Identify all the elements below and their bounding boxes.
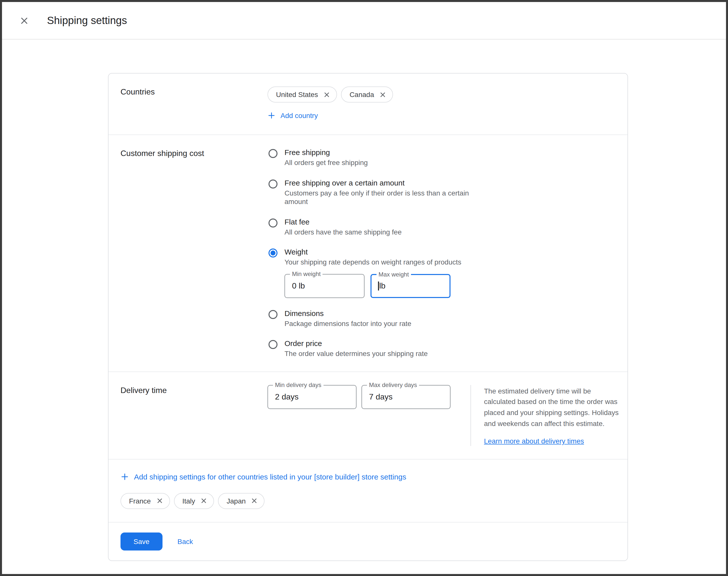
close-icon: [251, 497, 258, 505]
close-icon: [379, 91, 386, 98]
delivery-time-section: Delivery time Min delivery days 2 days M…: [109, 372, 628, 459]
option-title: Dimensions: [285, 309, 411, 317]
weight-fields: Min weight 0 lb Max weight lb: [285, 274, 461, 298]
chip-label: Japan: [227, 497, 246, 505]
radio-button[interactable]: [268, 218, 278, 227]
country-chip-japan[interactable]: Japan: [218, 493, 265, 509]
country-chip-canada[interactable]: Canada: [341, 86, 393, 103]
country-chip-united-states[interactable]: United States: [267, 86, 337, 103]
option-title: Order price: [285, 339, 428, 347]
shipping-cost-section: Customer shipping cost Free shipping All…: [109, 135, 628, 372]
settings-card: Countries United States Canada: [108, 73, 628, 561]
shipping-cost-options: Free shipping All orders get free shippi…: [267, 148, 615, 358]
delivery-fields: Min delivery days 2 days Max delivery da…: [267, 385, 450, 446]
option-free-shipping[interactable]: Free shipping All orders get free shippi…: [267, 148, 615, 167]
add-country-label: Add country: [281, 112, 318, 119]
option-dimensions[interactable]: Dimensions Package dimensions factor int…: [267, 309, 615, 328]
max-weight-field[interactable]: Max weight lb: [371, 274, 450, 298]
option-title: Flat fee: [285, 217, 402, 226]
add-other-countries-label: Add shipping settings for other countrie…: [134, 472, 406, 481]
option-description: All orders have the same shipping fee: [285, 228, 402, 236]
footer-actions: Save Back: [109, 522, 628, 560]
countries-label: Countries: [120, 86, 267, 121]
option-flat-fee[interactable]: Flat fee All orders have the same shippi…: [267, 217, 615, 236]
text-cursor: [378, 281, 379, 290]
option-weight[interactable]: Weight Your shipping rate depends on wei…: [267, 248, 615, 298]
remove-country-button[interactable]: [379, 91, 386, 98]
country-chip-italy[interactable]: Italy: [174, 493, 214, 509]
chip-label: Canada: [349, 90, 374, 98]
min-weight-field[interactable]: Min weight 0 lb: [285, 274, 365, 298]
radio-button-selected[interactable]: [268, 249, 278, 258]
page-title: Shipping settings: [47, 15, 127, 27]
shipping-settings-dialog: Shipping settings Countries United State…: [2, 2, 726, 574]
radio-button[interactable]: [268, 310, 278, 319]
save-button[interactable]: Save: [120, 532, 163, 550]
delivery-times-link[interactable]: Learn more about delivery times: [484, 437, 584, 445]
max-delivery-days-field[interactable]: Max delivery days 7 days: [361, 385, 450, 409]
add-other-countries-button[interactable]: Add shipping settings for other countrie…: [120, 472, 406, 481]
field-value: 7 days: [369, 392, 392, 401]
field-value: 0 lb: [292, 281, 305, 290]
field-label: Max delivery days: [367, 382, 419, 388]
field-label: Min delivery days: [273, 382, 323, 388]
field-label: Min weight: [290, 271, 323, 277]
option-description: All orders get free shipping: [285, 159, 368, 167]
chip-label: France: [129, 497, 151, 505]
min-delivery-days-field[interactable]: Min delivery days 2 days: [267, 385, 356, 409]
delivery-time-label: Delivery time: [120, 385, 267, 446]
other-countries-section: Add shipping settings for other countrie…: [109, 459, 628, 522]
remove-country-button[interactable]: [156, 497, 163, 505]
country-chip-france[interactable]: France: [120, 493, 170, 509]
plus-icon: [267, 112, 275, 119]
radio-button[interactable]: [268, 340, 278, 349]
back-button[interactable]: Back: [177, 537, 193, 545]
remove-country-button[interactable]: [200, 497, 208, 505]
vertical-divider: [470, 385, 471, 446]
delivery-note: The estimated delivery time will be calc…: [484, 385, 623, 429]
close-button[interactable]: [18, 15, 30, 27]
field-value: 2 days: [275, 392, 298, 401]
option-title: Free shipping over a certain amount: [285, 178, 474, 187]
option-title: Weight: [285, 248, 461, 256]
other-countries-chip-row: France Italy: [120, 493, 615, 509]
chip-label: United States: [276, 90, 318, 98]
plus-icon: [120, 472, 129, 481]
option-description: Customers pay a fee only if their order …: [285, 189, 474, 206]
radio-button[interactable]: [268, 149, 278, 158]
field-value: lb: [379, 281, 385, 290]
dialog-header: Shipping settings: [2, 2, 726, 39]
option-free-shipping-over-amount[interactable]: Free shipping over a certain amount Cust…: [267, 178, 615, 206]
option-description: Your shipping rate depends on weight ran…: [285, 258, 461, 267]
remove-country-button[interactable]: [323, 91, 330, 98]
close-icon: [323, 91, 330, 98]
remove-country-button[interactable]: [251, 497, 258, 505]
option-order-price[interactable]: Order price The order value determines y…: [267, 339, 615, 358]
add-country-button[interactable]: Add country: [267, 112, 318, 119]
field-label: Max weight: [377, 271, 411, 277]
radio-button[interactable]: [268, 179, 278, 188]
chip-label: Italy: [182, 497, 195, 505]
close-icon: [156, 497, 163, 505]
countries-section: Countries United States Canada: [109, 74, 628, 135]
countries-chip-row: United States Canada: [267, 86, 615, 103]
close-icon: [200, 497, 208, 505]
option-title: Free shipping: [285, 148, 368, 156]
option-description: The order value determines your shipping…: [285, 349, 428, 358]
option-description: Package dimensions factor into your rate: [285, 319, 411, 328]
shipping-cost-label: Customer shipping cost: [120, 148, 267, 358]
close-icon: [19, 15, 29, 26]
